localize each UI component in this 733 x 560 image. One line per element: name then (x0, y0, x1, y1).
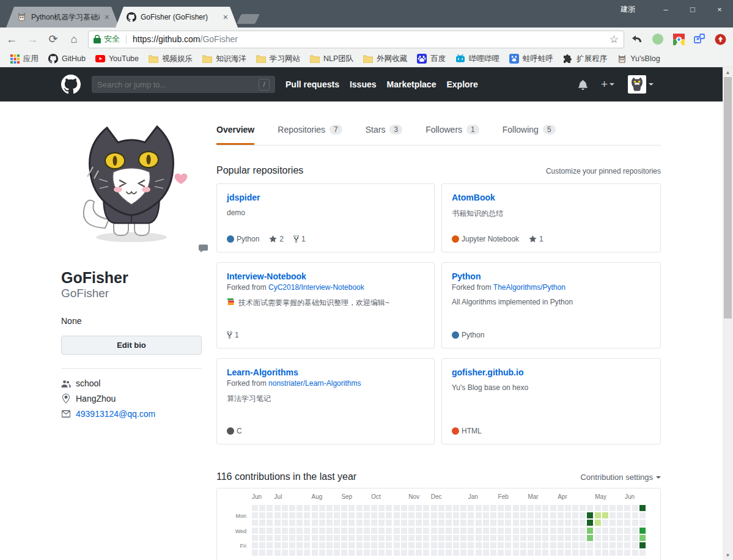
contribution-cell[interactable] (520, 505, 526, 511)
github-logo-icon[interactable] (61, 75, 81, 94)
contribution-cell[interactable] (312, 520, 318, 526)
fork-source-link[interactable]: nonstriater/Learn-Algorithms (268, 379, 361, 388)
contribution-cell[interactable] (490, 505, 496, 511)
tab-following[interactable]: Following5 (503, 125, 556, 145)
contribution-cell[interactable] (416, 512, 422, 518)
contribution-cell[interactable] (468, 550, 474, 556)
bookmark-item-4[interactable]: 知识海洋 (197, 52, 251, 65)
contribution-cell[interactable] (513, 520, 519, 526)
contribution-cell[interactable] (416, 550, 422, 556)
close-icon[interactable]: × (223, 12, 228, 22)
contribution-cell[interactable] (453, 520, 459, 526)
contribution-cell[interactable] (542, 520, 548, 526)
home-icon[interactable]: ⌂ (65, 30, 83, 48)
contribution-cell[interactable] (610, 535, 616, 541)
contribution-cell[interactable] (401, 505, 407, 511)
contribution-cell[interactable] (371, 505, 377, 511)
new-tab-button[interactable] (237, 14, 259, 24)
contribution-cell[interactable] (274, 542, 281, 548)
set-status-icon[interactable] (199, 245, 208, 252)
contribution-cell[interactable] (259, 535, 265, 541)
close-icon[interactable]: × (105, 12, 109, 22)
contribution-cell[interactable] (334, 550, 340, 556)
contribution-cell[interactable] (460, 550, 466, 556)
contribution-cell[interactable] (587, 535, 593, 541)
repo-forks[interactable]: 1 (227, 331, 239, 339)
browser-tab-2[interactable]: GoFisher (GoFisher) × (116, 7, 238, 28)
contribution-cell[interactable] (498, 542, 504, 548)
contribution-cell[interactable] (572, 550, 578, 556)
scroll-down-icon[interactable]: ▼ (723, 550, 733, 560)
chrome-profile-badge[interactable]: 建浙 (621, 4, 635, 15)
contribution-cell[interactable] (639, 542, 646, 548)
contribution-cell[interactable] (520, 550, 526, 556)
contribution-cell[interactable] (356, 550, 363, 556)
contribution-cell[interactable] (558, 505, 564, 511)
contribution-cell[interactable] (297, 535, 303, 541)
contribution-cell[interactable] (378, 535, 385, 541)
contribution-cell[interactable] (587, 528, 593, 534)
contribution-cell[interactable] (632, 535, 638, 541)
contribution-cell[interactable] (460, 520, 466, 526)
contribution-cell[interactable] (341, 520, 347, 526)
reload-icon[interactable]: ⟳ (44, 30, 62, 48)
contribution-cell[interactable] (394, 505, 400, 511)
contribution-cell[interactable] (617, 520, 623, 526)
contribution-cell[interactable] (610, 505, 616, 511)
contribution-cell[interactable] (446, 535, 452, 541)
contribution-cell[interactable] (394, 535, 400, 541)
contribution-cell[interactable] (438, 535, 444, 541)
bookmark-item-5[interactable]: 学习网站 (251, 52, 305, 65)
contribution-cell[interactable] (274, 535, 281, 541)
contribution-cell[interactable] (558, 550, 564, 556)
contribution-cell[interactable] (632, 550, 638, 556)
customize-pins-link[interactable]: Customize your pinned repositories (546, 167, 661, 175)
contribution-cell[interactable] (267, 542, 273, 548)
contribution-cell[interactable] (610, 520, 616, 526)
contribution-cell[interactable] (334, 520, 340, 526)
contribution-cell[interactable] (453, 542, 459, 548)
contribution-cell[interactable] (304, 505, 310, 511)
repo-name-link[interactable]: Python (452, 271, 650, 281)
contribution-cell[interactable] (639, 528, 646, 534)
contribution-cell[interactable] (416, 535, 422, 541)
contribution-cell[interactable] (453, 512, 459, 518)
contribution-cell[interactable] (438, 520, 444, 526)
contribution-cell[interactable] (550, 542, 556, 548)
contribution-cell[interactable] (587, 512, 593, 518)
contribution-cell[interactable] (446, 512, 452, 518)
contribution-cell[interactable] (565, 520, 571, 526)
contribution-cell[interactable] (408, 520, 414, 526)
contribution-cell[interactable] (274, 505, 281, 511)
contribution-cell[interactable] (401, 535, 407, 541)
contribution-cell[interactable] (610, 542, 616, 548)
contribution-cell[interactable] (394, 550, 400, 556)
gh-nav-pull-requests[interactable]: Pull requests (285, 79, 339, 89)
contribution-cell[interactable] (297, 520, 303, 526)
contribution-cell[interactable] (558, 542, 564, 548)
email-link[interactable]: 493913124@qq.com (76, 409, 155, 419)
contribution-cell[interactable] (282, 520, 288, 526)
contribution-cell[interactable] (378, 528, 385, 534)
contribution-cell[interactable] (289, 520, 295, 526)
contribution-cell[interactable] (520, 520, 526, 526)
contribution-cell[interactable] (341, 528, 347, 534)
contribution-settings-button[interactable]: Contribution settings (580, 473, 661, 482)
contribution-cell[interactable] (595, 505, 601, 511)
bookmark-item-11[interactable]: 扩展程序 (558, 52, 612, 65)
contribution-cell[interactable] (394, 542, 400, 548)
contribution-cell[interactable] (431, 542, 437, 548)
contribution-cell[interactable] (572, 512, 578, 518)
contribution-cell[interactable] (632, 520, 638, 526)
contribution-cell[interactable] (617, 512, 623, 518)
fork-source-link[interactable]: CyC2018/Interview-Notebook (268, 283, 364, 292)
contribution-cell[interactable] (259, 512, 265, 518)
contribution-cell[interactable] (289, 550, 295, 556)
contribution-cell[interactable] (520, 528, 526, 534)
contribution-cell[interactable] (297, 542, 303, 548)
contribution-cell[interactable] (550, 550, 556, 556)
contribution-cell[interactable] (394, 520, 400, 526)
contribution-cell[interactable] (639, 535, 646, 541)
contribution-cell[interactable] (624, 512, 630, 518)
contribution-cell[interactable] (490, 550, 496, 556)
